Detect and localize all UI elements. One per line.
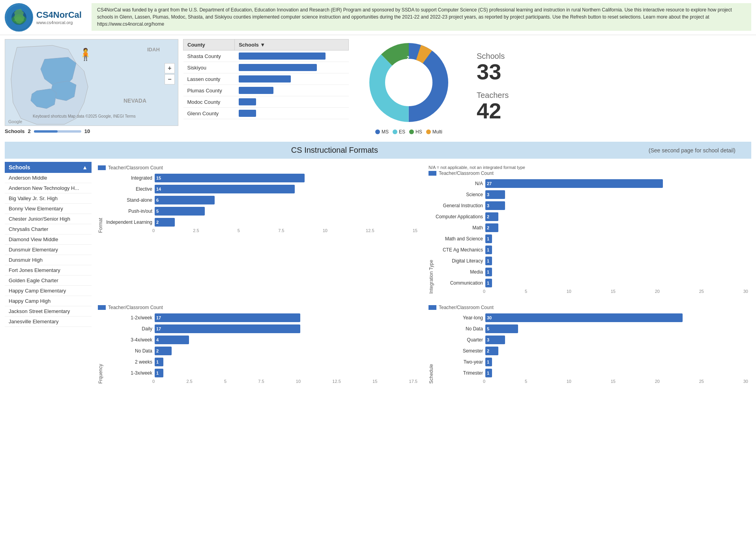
county-schools <box>235 96 349 108</box>
bar-row: Quarter 3 <box>436 336 748 344</box>
bar-fill: 1 <box>485 246 492 254</box>
slider-track[interactable] <box>34 130 81 133</box>
bar-row: No Data 5 <box>436 324 748 333</box>
schools-list-items: Anderson MiddleAnderson New Technology H… <box>5 173 92 327</box>
header-description: CS4NorCal was funded by a grant from the… <box>92 3 751 31</box>
multi-dot <box>426 129 431 134</box>
format-y-axis: Format <box>98 174 103 233</box>
slider-fill <box>34 130 58 133</box>
bar-fill: 3 <box>485 201 505 210</box>
map-container[interactable]: NEVADA IDAH Google 🧍 + − Keyboard shortc… <box>5 39 178 126</box>
axis-tick: 17.5 <box>409 379 417 384</box>
logo-text: CS4NorCal www.cs4norcal.org <box>36 10 82 25</box>
bar-label: 1-2x/week <box>105 315 152 321</box>
school-list-item[interactable]: Big Valley Jr. Sr. High <box>5 193 92 204</box>
schools-list-header[interactable]: Schools ▲ <box>5 162 92 173</box>
bar-row: 3-4x/week 4 <box>105 336 417 344</box>
bar-label: Digital Literacy <box>436 258 483 264</box>
bar-row: Math and Science 1 <box>436 234 748 243</box>
bar-row: Integrated 15 <box>105 174 417 182</box>
county-col-header[interactable]: County <box>183 39 235 51</box>
school-list-item[interactable]: Bonny View Elementary <box>5 204 92 214</box>
school-list-item[interactable]: Dunsmuir Elementary <box>5 245 92 255</box>
school-list-item[interactable]: Chester Junior/Senior High <box>5 214 92 224</box>
chart-frequency-title: Teacher/Classroom Count <box>98 305 417 310</box>
county-table-row[interactable]: Modoc County <box>183 96 349 108</box>
county-table-row[interactable]: Plumas County <box>183 85 349 96</box>
bar-wrap: 30 <box>485 313 748 322</box>
bar-row: Communication 1 <box>436 279 748 287</box>
bar-wrap: 4 <box>155 336 417 344</box>
integration-y-axis: Integration Type <box>429 179 434 294</box>
schools-col-header[interactable]: Schools ▼ <box>235 39 349 51</box>
axis-tick: 0 <box>152 379 155 384</box>
bar-label: Daily <box>105 326 152 332</box>
school-list-item[interactable]: Anderson New Technology H... <box>5 183 92 193</box>
bar-value: 1 <box>485 371 491 375</box>
svg-text:2: 2 <box>407 55 410 61</box>
county-schools <box>235 62 349 73</box>
bar-label: Push-in/out <box>105 208 152 214</box>
svg-text:NEVADA: NEVADA <box>124 98 146 104</box>
zoom-in-button[interactable]: + <box>165 63 175 73</box>
frequency-bar-chart: 1-2x/week 17 Daily 17 3-4x/week 4 No Dat… <box>105 313 417 377</box>
bar-wrap: 5 <box>155 207 417 216</box>
bar-label: Stand-alone <box>105 197 152 203</box>
schools-sort-icon[interactable]: ▲ <box>82 164 88 171</box>
axis-tick: 20 <box>655 379 660 384</box>
bar-fill: 1 <box>485 358 492 366</box>
county-bar <box>239 87 273 94</box>
axis-tick: 5 <box>525 379 527 384</box>
axis-tick: 0 <box>483 289 485 294</box>
school-list-item[interactable]: Anderson Middle <box>5 173 92 183</box>
school-list-item[interactable]: Happy Camp High <box>5 296 92 306</box>
bar-value: 1 <box>485 259 491 263</box>
bar-value: 1 <box>155 360 160 364</box>
es-dot <box>393 129 397 134</box>
bar-value: 5 <box>155 209 160 214</box>
county-name: Shasta County <box>183 51 235 62</box>
axis-tick: 10 <box>296 379 301 384</box>
county-table-row[interactable]: Glenn County <box>183 108 349 119</box>
section-subtitle: (See second page for school detail) <box>649 147 735 154</box>
school-list-item[interactable]: Diamond View Middle <box>5 234 92 245</box>
bar-fill: 1 <box>485 279 492 287</box>
bar-wrap: 6 <box>155 196 417 204</box>
school-list-item[interactable]: Happy Camp Elementary <box>5 286 92 296</box>
map-controls[interactable]: + − <box>165 63 175 84</box>
bar-label: 1-3x/week <box>105 370 152 376</box>
bar-row: Trimester 1 <box>436 369 748 377</box>
legend-multi: Multi <box>426 129 442 135</box>
bar-value: 1 <box>155 371 160 375</box>
zoom-out-button[interactable]: − <box>165 74 175 84</box>
bar-fill: 5 <box>155 207 205 216</box>
bar-row: CTE Ag Mechanics 1 <box>436 246 748 254</box>
county-table-row[interactable]: Lassen county <box>183 73 349 85</box>
axis-tick: 30 <box>743 289 748 294</box>
school-list-item[interactable]: Janesville Elementary <box>5 317 92 327</box>
bar-row: Two-year 1 <box>436 358 748 366</box>
school-list-item[interactable]: Chrysalis Charter <box>5 224 92 234</box>
svg-text:17: 17 <box>412 80 417 86</box>
bar-value: 2 <box>155 349 160 353</box>
county-table-row[interactable]: Siskiyou <box>183 62 349 73</box>
bar-label: Independent Learning <box>105 219 152 225</box>
chart-frequency: Teacher/Classroom Count Frquency 1-2x/we… <box>95 302 421 387</box>
bar-wrap: 1 <box>485 279 748 287</box>
bar-value: 27 <box>485 181 493 186</box>
bar-value: 17 <box>155 326 163 331</box>
county-table-row[interactable]: Shasta County <box>183 51 349 62</box>
axis-tick: 15 <box>611 379 616 384</box>
school-list-item[interactable]: Jackson Street Elementary <box>5 306 92 317</box>
multi-label: Multi <box>432 129 442 135</box>
school-list-item[interactable]: Fort Jones Elementary <box>5 265 92 276</box>
school-list-item[interactable]: Golden Eagle Charter <box>5 276 92 286</box>
bar-wrap: 2 <box>485 212 748 221</box>
axis-tick: 2.5 <box>193 228 199 233</box>
school-list-item[interactable]: Dunsmuir High <box>5 255 92 265</box>
svg-point-15 <box>387 61 430 104</box>
schools-slider: Schools 2 10 <box>5 128 178 134</box>
bar-wrap: 1 <box>485 246 748 254</box>
svg-text:Google: Google <box>8 119 22 124</box>
chart-integration: N/A = not applicable, not an integrated … <box>425 162 751 297</box>
